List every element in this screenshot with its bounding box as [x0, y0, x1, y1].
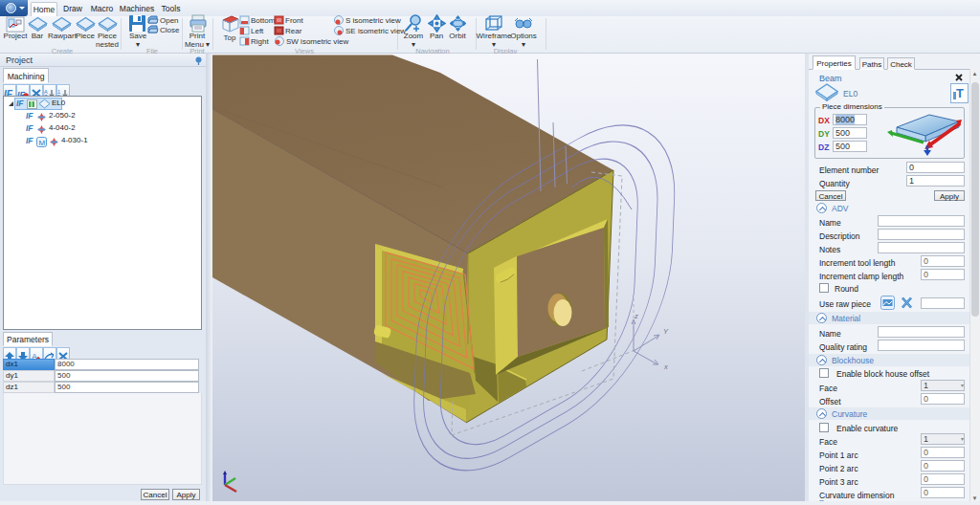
svg-text:x: x — [663, 362, 668, 371]
svg-text:M: M — [39, 139, 46, 147]
svg-text:T: T — [956, 86, 964, 100]
svg-text:z: z — [634, 312, 638, 320]
